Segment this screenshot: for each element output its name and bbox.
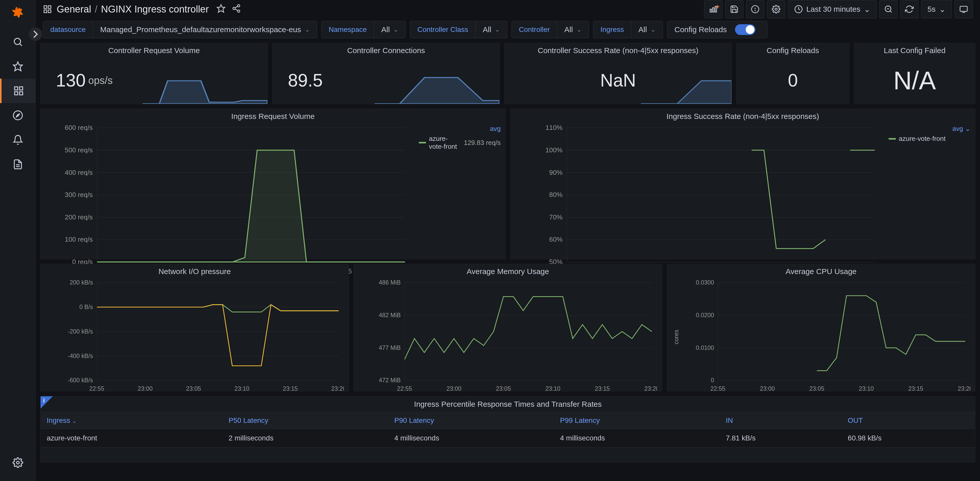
panel-network-io[interactable]: Network I/O pressure -600 kB/s-400 kB/s-… (40, 264, 349, 391)
svg-rect-3 (14, 87, 18, 90)
favorite-star-icon[interactable] (216, 4, 226, 15)
stat-value: N/A (894, 66, 936, 95)
svg-point-11 (16, 461, 19, 464)
panel-cpu-usage[interactable]: Average CPU Usage 00.01000.02000.030022:… (667, 264, 975, 391)
var-datasource-label: datasource (43, 21, 93, 38)
svg-text:23:15: 23:15 (595, 385, 610, 392)
panel-controller-connections[interactable]: Controller Connections 89.5 (272, 43, 500, 104)
svg-text:23:00: 23:00 (447, 385, 462, 392)
var-ingress-value[interactable]: All⌄ (632, 25, 663, 34)
nav-settings-icon[interactable] (0, 450, 35, 475)
breadcrumb-root[interactable]: General (57, 4, 91, 15)
nav-star-icon[interactable] (0, 54, 35, 79)
panel-ingress-success-rate[interactable]: Ingress Success Rate (non-4|5xx response… (510, 109, 975, 259)
svg-rect-14 (44, 10, 47, 13)
table-column-header[interactable]: IN (720, 412, 842, 429)
table-row[interactable]: azure-vote-front2 milliseconds4 millisec… (41, 429, 975, 448)
dashboard-settings-button[interactable] (767, 0, 785, 18)
svg-text:23:20: 23:20 (331, 385, 344, 392)
nav-document-icon[interactable] (0, 152, 35, 176)
breadcrumb-page[interactable]: NGINX Ingress controller (101, 4, 209, 15)
nav-dashboards-icon[interactable] (0, 79, 35, 103)
cycle-view-button[interactable] (955, 0, 973, 18)
panel-memory-usage[interactable]: Average Memory Usage 472 MiB477 MiB482 M… (353, 264, 662, 391)
legend-sort-button[interactable]: avg (419, 125, 501, 133)
svg-text:23:10: 23:10 (859, 385, 874, 392)
table-cell: 4 milliseconds (388, 429, 554, 448)
svg-text:23:10: 23:10 (234, 385, 250, 392)
svg-line-20 (235, 9, 238, 11)
svg-rect-4 (19, 87, 22, 90)
var-controller-value[interactable]: All⌄ (557, 25, 589, 34)
config-reloads-toggle[interactable] (735, 24, 756, 35)
svg-text:23:00: 23:00 (138, 385, 153, 392)
table-column-header[interactable]: P50 Latency (223, 412, 388, 429)
stat-value: NaN (600, 70, 636, 90)
nav-explore-icon[interactable] (0, 103, 35, 128)
legend-sort-button[interactable]: avg ⌄ (889, 125, 970, 133)
var-namespace-value[interactable]: All⌄ (374, 25, 406, 34)
svg-point-19 (238, 10, 240, 12)
refresh-button[interactable] (900, 0, 918, 18)
svg-text:80%: 80% (549, 191, 563, 198)
stat-unit: ops/s (88, 75, 113, 86)
table-header-row: Ingress⌄P50 LatencyP90 LatencyP99 Latenc… (41, 412, 975, 429)
chart-canvas: 472 MiB477 MiB482 MiB486 MiB22:5523:0023… (358, 280, 657, 394)
nav-alerting-icon[interactable] (0, 128, 35, 152)
sidebar (0, 0, 36, 481)
refresh-interval-label: 5s (928, 5, 935, 14)
legend-swatch (889, 138, 896, 140)
svg-text:0: 0 (711, 377, 714, 384)
share-icon[interactable] (232, 4, 241, 15)
var-datasource-value[interactable]: Managed_Prometheus_defaultazuremonitorwo… (93, 25, 317, 34)
panel-controller-success-rate[interactable]: Controller Success Rate (non-4|5xx respo… (504, 43, 732, 104)
breadcrumb-separator: / (95, 4, 97, 15)
svg-marker-2 (13, 62, 22, 71)
panel-info-corner[interactable] (41, 396, 53, 408)
chart-canvas: 50%60%70%80%90%100%110%22:5523:0023:0523… (515, 125, 881, 277)
dashboard-insights-button[interactable] (746, 0, 764, 18)
svg-text:-400 kB/s: -400 kB/s (68, 352, 93, 359)
save-dashboard-button[interactable] (725, 0, 743, 18)
panel-response-times-table[interactable]: i Ingress Percentile Response Times and … (40, 396, 975, 462)
legend-item[interactable]: azure-vote-front (889, 135, 970, 143)
panel-ingress-request-volume[interactable]: Ingress Request Volume 0 req/s100 req/s2… (40, 109, 506, 259)
grafana-logo[interactable] (9, 5, 27, 22)
table-column-header[interactable]: P99 Latency (554, 412, 720, 429)
variable-bar: datasource Managed_Prometheus_defaultazu… (36, 18, 980, 43)
topbar: General / NGINX Ingress controller + (36, 0, 980, 18)
svg-text:110%: 110% (546, 125, 563, 132)
sidebar-expand-icon[interactable] (29, 27, 42, 41)
response-times-table: Ingress⌄P50 LatencyP90 LatencyP99 Latenc… (41, 412, 975, 448)
var-controller-class-label: Controller Class (410, 21, 476, 38)
svg-point-7 (13, 111, 22, 120)
chevron-down-icon: ⌄ (864, 5, 870, 14)
svg-text:70%: 70% (549, 213, 563, 221)
svg-line-21 (235, 6, 238, 8)
legend-item[interactable]: azure-vote-front 129.83 req/s (419, 135, 501, 151)
table-cell: 2 milliseconds (223, 429, 388, 448)
svg-text:22:55: 22:55 (710, 385, 725, 392)
svg-rect-5 (14, 92, 18, 95)
svg-line-31 (890, 11, 892, 13)
svg-text:100%: 100% (546, 146, 563, 154)
panel-last-config-failed[interactable]: Last Config Failed N/A (854, 43, 975, 104)
add-panel-button[interactable]: + (704, 0, 722, 18)
panel-config-reloads[interactable]: Config Reloads 0 (736, 43, 849, 104)
svg-rect-33 (960, 6, 967, 11)
zoom-out-button[interactable] (879, 0, 897, 18)
svg-text:200 kB/s: 200 kB/s (70, 280, 93, 286)
var-controller-class-value[interactable]: All⌄ (476, 25, 507, 34)
panel-controller-request-volume[interactable]: Controller Request Volume 130 ops/s (40, 43, 268, 104)
svg-text:90%: 90% (549, 169, 563, 176)
svg-marker-8 (16, 114, 20, 117)
stat-value: 89.5 (288, 70, 323, 90)
svg-text:0.0300: 0.0300 (696, 280, 714, 286)
table-column-header[interactable]: P90 Latency (388, 412, 554, 429)
svg-text:23:15: 23:15 (283, 385, 298, 392)
refresh-interval-button[interactable]: 5s ⌄ (921, 0, 952, 18)
timepicker-button[interactable]: Last 30 minutes ⌄ (788, 0, 877, 18)
var-ingress-label: Ingress (593, 21, 632, 38)
table-column-header[interactable]: OUT (842, 412, 975, 429)
table-column-header[interactable]: Ingress⌄ (41, 412, 223, 429)
